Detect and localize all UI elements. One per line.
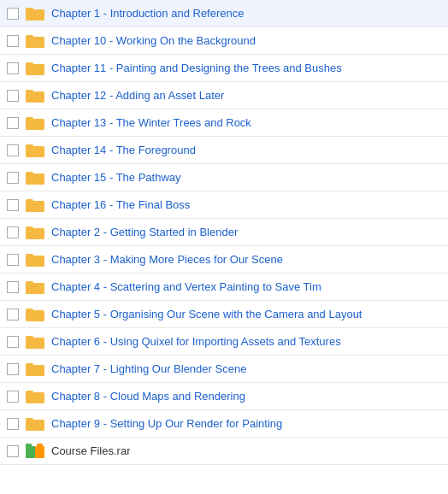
item-label: Course Files.rar bbox=[51, 444, 130, 457]
list-item[interactable]: Chapter 3 - Making More Pieces for Our S… bbox=[0, 246, 448, 273]
svg-rect-35 bbox=[37, 444, 43, 448]
folder-icon bbox=[26, 307, 44, 321]
item-checkbox[interactable] bbox=[7, 281, 19, 293]
list-item[interactable]: Chapter 12 - Adding an Asset Later bbox=[0, 82, 448, 109]
item-label: Chapter 16 - The Final Boss bbox=[51, 198, 190, 211]
svg-rect-11 bbox=[26, 144, 33, 149]
item-checkbox[interactable] bbox=[7, 199, 19, 211]
folder-icon bbox=[26, 61, 44, 75]
item-label: Chapter 9 - Setting Up Our Render for Pa… bbox=[51, 417, 282, 430]
folder-icon bbox=[26, 389, 44, 403]
item-checkbox[interactable] bbox=[7, 144, 19, 156]
item-label: Chapter 5 - Organising Our Scene with th… bbox=[51, 308, 362, 321]
item-checkbox[interactable] bbox=[7, 336, 19, 348]
list-item[interactable]: Chapter 6 - Using Quixel for Importing A… bbox=[0, 328, 448, 356]
svg-rect-27 bbox=[26, 363, 33, 368]
folder-icon bbox=[26, 115, 44, 130]
item-checkbox[interactable] bbox=[7, 172, 19, 184]
item-label: Chapter 14 - The Foreground bbox=[51, 144, 196, 156]
item-checkbox[interactable] bbox=[7, 391, 19, 403]
folder-icon bbox=[26, 143, 44, 157]
svg-rect-9 bbox=[26, 117, 33, 121]
list-item[interactable]: Course Files.rar bbox=[0, 438, 448, 465]
list-item[interactable]: Chapter 13 - The Winter Trees and Rock bbox=[0, 109, 448, 137]
svg-rect-17 bbox=[26, 226, 33, 231]
item-label: Chapter 15 - The Pathway bbox=[51, 171, 181, 184]
item-checkbox[interactable] bbox=[7, 35, 19, 47]
item-label: Chapter 3 - Making More Pieces for Our S… bbox=[51, 253, 283, 266]
item-label: Chapter 13 - The Winter Trees and Rock bbox=[51, 116, 251, 129]
folder-icon bbox=[26, 416, 44, 431]
item-checkbox[interactable] bbox=[7, 62, 19, 74]
folder-icon bbox=[26, 225, 44, 239]
svg-rect-23 bbox=[26, 309, 33, 313]
folder-icon bbox=[26, 362, 44, 376]
item-checkbox[interactable] bbox=[7, 226, 19, 238]
item-label: Chapter 1 - Introduction and Reference bbox=[51, 7, 244, 20]
list-item[interactable]: Chapter 9 - Setting Up Our Render for Pa… bbox=[0, 410, 448, 438]
svg-rect-21 bbox=[26, 281, 33, 285]
item-label: Chapter 12 - Adding an Asset Later bbox=[51, 89, 224, 102]
list-item[interactable]: Chapter 2 - Getting Started in Blender bbox=[0, 219, 448, 246]
item-checkbox[interactable] bbox=[7, 309, 19, 321]
svg-rect-25 bbox=[26, 336, 33, 340]
file-list: Chapter 1 - Introduction and Reference C… bbox=[0, 0, 448, 465]
folder-icon bbox=[26, 252, 44, 267]
folder-icon bbox=[26, 33, 44, 48]
folder-icon bbox=[26, 6, 44, 21]
svg-rect-33 bbox=[26, 444, 32, 448]
folder-icon bbox=[26, 88, 44, 103]
item-checkbox[interactable] bbox=[7, 90, 19, 102]
list-item[interactable]: Chapter 5 - Organising Our Scene with th… bbox=[0, 301, 448, 328]
item-label: Chapter 8 - Cloud Maps and Rendering bbox=[51, 390, 245, 403]
list-item[interactable]: Chapter 7 - Lighting Our Blender Scene bbox=[0, 356, 448, 383]
list-item[interactable]: Chapter 16 - The Final Boss bbox=[0, 191, 448, 219]
svg-rect-34 bbox=[35, 446, 44, 458]
svg-rect-32 bbox=[26, 446, 35, 458]
item-checkbox[interactable] bbox=[7, 418, 19, 430]
folder-icon bbox=[26, 170, 44, 185]
item-checkbox[interactable] bbox=[7, 117, 19, 129]
svg-rect-3 bbox=[26, 35, 33, 39]
rar-icon bbox=[26, 444, 44, 458]
svg-rect-19 bbox=[26, 254, 33, 258]
list-item[interactable]: Chapter 11 - Painting and Designing the … bbox=[0, 55, 448, 82]
item-label: Chapter 7 - Lighting Our Blender Scene bbox=[51, 362, 246, 375]
item-label: Chapter 10 - Working On the Background bbox=[51, 34, 256, 47]
item-label: Chapter 2 - Getting Started in Blender bbox=[51, 226, 238, 238]
list-item[interactable]: Chapter 4 - Scattering and Vertex Painti… bbox=[0, 273, 448, 301]
item-label: Chapter 4 - Scattering and Vertex Painti… bbox=[51, 280, 321, 293]
list-item[interactable]: Chapter 15 - The Pathway bbox=[0, 164, 448, 191]
svg-rect-29 bbox=[26, 391, 33, 395]
list-item[interactable]: Chapter 14 - The Foreground bbox=[0, 137, 448, 164]
list-item[interactable]: Chapter 1 - Introduction and Reference bbox=[0, 0, 448, 27]
list-item[interactable]: Chapter 10 - Working On the Background bbox=[0, 27, 448, 55]
svg-rect-7 bbox=[26, 90, 33, 94]
svg-rect-15 bbox=[26, 199, 33, 203]
folder-icon bbox=[26, 279, 44, 294]
folder-icon bbox=[26, 197, 44, 212]
item-checkbox[interactable] bbox=[7, 254, 19, 266]
svg-rect-1 bbox=[26, 8, 33, 12]
item-checkbox[interactable] bbox=[7, 445, 19, 457]
folder-icon bbox=[26, 334, 44, 349]
item-label: Chapter 11 - Painting and Designing the … bbox=[51, 62, 342, 74]
item-label: Chapter 6 - Using Quixel for Importing A… bbox=[51, 335, 341, 348]
svg-rect-31 bbox=[26, 418, 33, 422]
item-checkbox[interactable] bbox=[7, 8, 19, 20]
item-checkbox[interactable] bbox=[7, 363, 19, 375]
svg-rect-5 bbox=[26, 62, 33, 67]
svg-rect-13 bbox=[26, 172, 33, 176]
list-item[interactable]: Chapter 8 - Cloud Maps and Rendering bbox=[0, 383, 448, 410]
